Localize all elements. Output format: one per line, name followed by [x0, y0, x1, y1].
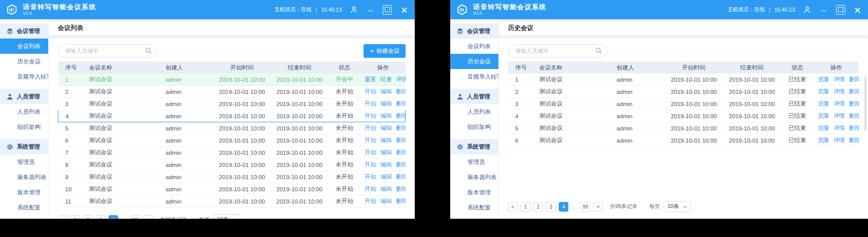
table-row[interactable]: 1测试会议admin2019-10-01 10:002019-10-01 10:… — [58, 74, 406, 86]
table-row[interactable]: 9测试会议admin2019-10-01 10:002019-10-01 10:… — [58, 171, 406, 183]
action-link[interactable]: 编辑 — [380, 88, 392, 94]
next-page-button[interactable]: > — [593, 202, 603, 212]
search-input[interactable] — [58, 44, 157, 58]
action-link[interactable]: 详情 — [834, 137, 845, 143]
action-link[interactable]: 编辑 — [380, 113, 392, 119]
sidebar-item[interactable]: 版本管理 — [450, 185, 498, 200]
table-row[interactable]: 5测试会议admin2019-10-01 10:002019-10-01 10:… — [508, 122, 859, 134]
action-link[interactable]: 编辑 — [380, 149, 392, 155]
action-link[interactable]: 删除 — [396, 186, 406, 192]
action-link[interactable]: 开始 — [365, 149, 376, 155]
sidebar-item[interactable]: 组织架构 — [0, 119, 48, 134]
action-link[interactable]: 删除 — [396, 137, 406, 143]
sidebar-item[interactable]: 人员列表 — [0, 104, 48, 119]
action-link[interactable]: 编辑 — [380, 186, 392, 192]
table-row[interactable]: 6测试会议admin2019-10-01 10:002019-10-01 10:… — [508, 134, 859, 147]
action-link[interactable]: 详情 — [834, 125, 845, 131]
action-link[interactable]: 开始 — [365, 113, 376, 119]
action-link[interactable]: 编辑 — [380, 125, 392, 131]
action-link[interactable]: 删除 — [396, 125, 406, 131]
sidebar-item[interactable]: 历史会议 — [450, 54, 498, 69]
action-link[interactable]: 开始 — [365, 186, 376, 192]
action-link[interactable]: 开始 — [365, 137, 376, 143]
action-link[interactable]: 删除 — [849, 100, 859, 107]
action-link[interactable]: 删除 — [396, 198, 406, 204]
close-button[interactable] — [853, 5, 862, 14]
per-page-select[interactable]: 10条 — [664, 201, 691, 212]
table-row[interactable]: 5测试会议admin2019-10-01 10:002019-10-01 10:… — [58, 122, 406, 134]
action-link[interactable]: 编辑 — [380, 137, 392, 143]
action-link[interactable]: 编辑 — [380, 198, 392, 204]
action-link[interactable]: 开始 — [365, 100, 376, 107]
action-link[interactable]: 详情 — [396, 76, 406, 82]
page-button[interactable]: 4 — [559, 202, 568, 212]
table-row[interactable]: 3测试会议admin2019-10-01 10:002019-10-01 10:… — [58, 98, 406, 110]
table-row[interactable]: 2测试会议admin2019-10-01 10:002019-10-01 10:… — [508, 86, 859, 98]
action-link[interactable]: 克隆 — [818, 76, 829, 82]
action-link[interactable]: 详情 — [834, 76, 845, 82]
next-page-button[interactable]: > — [143, 215, 153, 219]
action-link[interactable]: 编辑 — [380, 100, 392, 107]
page-button[interactable]: 3 — [546, 202, 556, 212]
action-link[interactable]: 删除 — [849, 137, 859, 143]
action-link[interactable]: 克隆 — [818, 125, 829, 131]
sidebar-item[interactable]: 音频导入转写 — [0, 69, 48, 84]
page-button[interactable]: 3 — [96, 215, 105, 219]
prev-page-button[interactable]: < — [58, 215, 67, 219]
sidebar-item[interactable]: 人员列表 — [450, 104, 498, 119]
action-link[interactable]: 开始 — [365, 198, 376, 204]
action-link[interactable]: 删除 — [396, 174, 406, 180]
action-link[interactable]: 删除 — [849, 113, 859, 119]
table-row[interactable]: 4测试会议admin2019-10-01 10:002019-10-01 10:… — [58, 110, 406, 122]
action-link[interactable]: 删除 — [849, 76, 859, 82]
action-link[interactable]: 编辑 — [380, 174, 392, 180]
create-meeting-button[interactable]: + 创建会议 — [364, 44, 406, 58]
action-link[interactable]: 开始 — [365, 174, 376, 180]
table-row[interactable]: 3测试会议admin2019-10-01 10:002019-10-01 10:… — [508, 98, 859, 110]
action-link[interactable]: 克隆 — [818, 88, 829, 94]
minimize-button[interactable] — [366, 5, 375, 14]
sidebar-item[interactable]: 版本管理 — [0, 185, 48, 200]
sidebar-item[interactable]: 会议列表 — [450, 39, 498, 54]
table-row[interactable]: 10测试会议admin2019-10-01 10:002019-10-01 10… — [58, 183, 406, 195]
action-link[interactable]: 重置 — [365, 76, 376, 82]
table-row[interactable]: 8测试会议admin2019-10-01 10:002019-10-01 10:… — [58, 159, 406, 171]
table-row[interactable]: 1测试会议admin2019-10-01 10:002019-10-01 10:… — [508, 74, 859, 86]
page-button[interactable]: 2 — [83, 215, 93, 219]
table-row[interactable]: 7测试会议admin2019-10-01 10:002019-10-01 10:… — [58, 147, 406, 159]
action-link[interactable]: 开始 — [365, 161, 376, 167]
sidebar-item[interactable]: 音频导入转写 — [450, 69, 498, 84]
per-page-select[interactable]: 10条 — [213, 214, 240, 219]
maximize-button[interactable] — [383, 5, 392, 14]
table-row[interactable]: 4测试会议admin2019-10-01 10:002019-10-01 10:… — [508, 110, 859, 122]
action-link[interactable]: 开始 — [365, 88, 376, 94]
action-link[interactable]: 删除 — [396, 88, 406, 94]
minimize-button[interactable] — [819, 5, 828, 14]
page-button[interactable]: 2 — [533, 202, 543, 212]
action-link[interactable]: 删除 — [849, 125, 859, 131]
table-row[interactable]: 6测试会议admin2019-10-01 10:002019-10-01 10:… — [58, 134, 406, 147]
sidebar-item[interactable]: 服务器列表 — [0, 170, 48, 185]
action-link[interactable]: 克隆 — [818, 100, 829, 107]
action-link[interactable]: 开始 — [365, 125, 376, 131]
sidebar-item[interactable]: 组织架构 — [450, 119, 498, 134]
sidebar-item[interactable]: 历史会议 — [0, 54, 48, 69]
action-link[interactable]: 删除 — [396, 113, 406, 119]
table-row[interactable]: 2测试会议admin2019-10-01 10:002019-10-01 10:… — [58, 86, 406, 98]
table-row[interactable]: 11测试会议admin2019-10-01 10:002019-10-01 10… — [58, 195, 406, 208]
action-link[interactable]: 编辑 — [380, 161, 392, 167]
maximize-button[interactable] — [836, 5, 845, 14]
sidebar-item[interactable]: 会议列表 — [0, 39, 48, 54]
action-link[interactable]: 删除 — [396, 161, 406, 167]
prev-page-button[interactable]: < — [508, 202, 518, 212]
search-icon[interactable] — [145, 47, 152, 56]
page-button[interactable]: 1 — [70, 215, 80, 219]
action-link[interactable]: 克隆 — [818, 113, 829, 119]
page-button[interactable]: 4 — [108, 215, 118, 219]
sidebar-item[interactable]: 管理员 — [0, 154, 48, 170]
page-button[interactable]: 99 — [130, 215, 140, 219]
scrollbar-thumb[interactable] — [864, 76, 866, 131]
user-icon[interactable] — [349, 5, 358, 14]
search-input[interactable] — [508, 44, 607, 58]
action-link[interactable]: 结束 — [380, 76, 392, 82]
